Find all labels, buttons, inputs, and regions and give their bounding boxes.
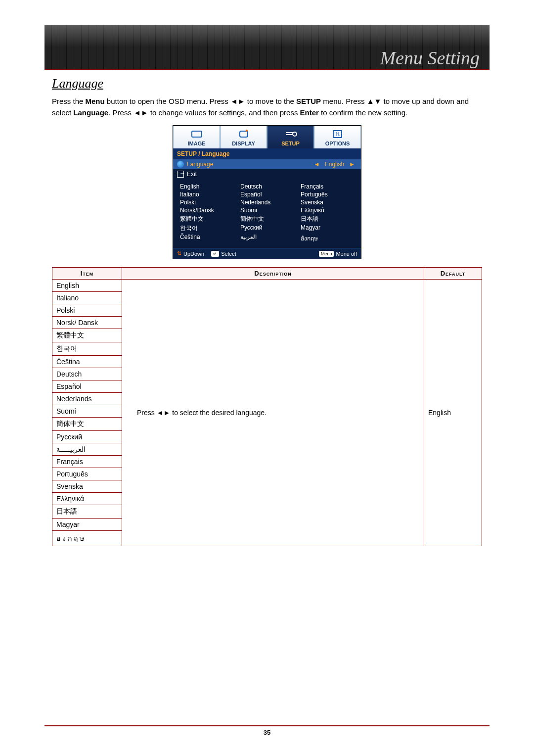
osd-language-option[interactable]: Norsk/Dansk [180, 207, 235, 214]
intro-paragraph: Press the Menu button to open the OSD me… [52, 96, 482, 118]
header-rule [44, 69, 490, 70]
tab-label: DISPLAY [221, 141, 267, 146]
svg-rect-0 [192, 131, 202, 137]
osd-language-option[interactable]: Português [301, 191, 356, 198]
intro-text: button to open the OSD menu. Press ◄► to… [105, 97, 296, 105]
osd-language-option[interactable]: Polski [180, 199, 235, 206]
select-label: Select [221, 251, 236, 257]
osd-language-row[interactable]: Language ◄ English ► [173, 159, 361, 169]
table-item: Magyar [52, 519, 122, 531]
menu-keycap: Menu [319, 251, 334, 257]
osd-language-option[interactable]: Ελληνικά [301, 207, 356, 214]
th-description: Description [122, 268, 424, 280]
osd-language-option[interactable]: Magyar [301, 224, 356, 233]
osd-language-option[interactable]: Français [301, 183, 356, 190]
table-item: Nederlands [52, 393, 122, 405]
osd-exit-row[interactable]: Exit [173, 169, 361, 179]
item-list-cell: EnglishItalianoPolskiNorsk/ Dansk繁體中文한국어… [52, 280, 122, 546]
tab-label: SETUP [267, 141, 313, 146]
table-item: Svenska [52, 480, 122, 493]
table-item: Italiano [52, 292, 122, 304]
osd-language-option[interactable]: 簡体中文 [240, 215, 296, 223]
osd-language-option[interactable]: Nederlands [240, 199, 296, 206]
svg-rect-3 [286, 132, 293, 133]
table-item: Suomi [52, 405, 122, 418]
osd-tab-options[interactable]: OPTIONS [314, 126, 361, 148]
table-item: العربيـــــة [52, 443, 122, 456]
table-item: 日本語 [52, 505, 122, 519]
updown-hint: ⇅ UpDown [177, 250, 204, 257]
chapter-title: Menu Setting [380, 47, 480, 69]
table-item: Čeština [52, 356, 122, 368]
table-item: Русский [52, 431, 122, 443]
intro-bold-language: Language [73, 108, 108, 117]
section-title: Language [52, 76, 482, 91]
page-number: 35 [0, 729, 534, 736]
osd-language-option[interactable]: Čeština [180, 234, 235, 243]
exit-icon [177, 171, 184, 178]
table-item: อ ง ก ฤ ษ [52, 531, 122, 546]
svg-point-2 [246, 130, 248, 132]
table-item: Français [52, 456, 122, 468]
osd-footer: ⇅ UpDown ↵ Select Menu Menu off [173, 248, 361, 259]
th-item: Item [52, 268, 122, 280]
description-table: Item Description Default EnglishItaliano… [52, 267, 482, 546]
updown-label: UpDown [183, 251, 204, 257]
intro-text: Press the [52, 97, 86, 105]
default-cell: English [424, 280, 482, 546]
osd-tab-image[interactable]: IMAGE [173, 126, 220, 148]
display-icon [237, 129, 251, 139]
osd-language-option[interactable]: العربية [240, 234, 296, 243]
svg-point-5 [293, 132, 297, 136]
osd-language-value: English [322, 161, 347, 168]
select-hint: ↵ Select [211, 251, 236, 257]
osd-language-option[interactable]: อังกฤษ [301, 234, 356, 243]
osd-tabs: IMAGEDISPLAYSETUPOPTIONS [173, 126, 361, 148]
osd-language-option[interactable]: Español [240, 191, 296, 198]
table-item: 簡体中文 [52, 418, 122, 431]
th-default: Default [424, 268, 482, 280]
table-item: Ελληνικά [52, 493, 122, 505]
table-item: English [52, 280, 122, 292]
osd-language-option[interactable]: Suomi [240, 207, 296, 214]
osd-language-option[interactable]: 한국어 [180, 224, 235, 233]
svg-rect-1 [240, 131, 248, 137]
description-cell: Press ◄► to select the desired language. [122, 280, 424, 546]
intro-text: to confirm the new setting. [319, 108, 407, 117]
setup-icon [284, 129, 298, 139]
osd-exit-label: Exit [187, 171, 197, 178]
image-icon [190, 129, 204, 139]
options-icon [331, 129, 345, 139]
table-item: Português [52, 468, 122, 480]
content-area: Language Press the Menu button to open t… [52, 74, 482, 546]
intro-bold-setup: SETUP [296, 97, 321, 105]
osd-language-option[interactable]: 日本語 [301, 215, 356, 223]
table-item: Norsk/ Dansk [52, 317, 122, 329]
osd-panel: IMAGEDISPLAYSETUPOPTIONS SETUP / Languag… [173, 125, 361, 259]
osd-language-grid: EnglishDeutschFrançaisItalianoEspañolPor… [173, 179, 361, 248]
right-arrow-icon[interactable]: ► [347, 161, 357, 168]
intro-bold-menu: Menu [86, 97, 105, 105]
table-item: Polski [52, 304, 122, 317]
tab-label: IMAGE [174, 141, 220, 146]
menuoff-hint: Menu Menu off [319, 251, 357, 257]
tab-label: OPTIONS [314, 141, 360, 146]
osd-tab-display[interactable]: DISPLAY [220, 126, 267, 148]
globe-icon [177, 161, 184, 168]
footer-rule [44, 725, 490, 726]
intro-bold-enter: Enter [300, 108, 319, 117]
osd-language-option[interactable]: Svenska [301, 199, 356, 206]
osd-tab-setup[interactable]: SETUP [267, 126, 314, 148]
osd-language-option[interactable]: English [180, 183, 235, 190]
osd-language-option[interactable]: 繁體中文 [180, 215, 235, 223]
osd-language-option[interactable]: Русский [240, 224, 296, 233]
table-item: Español [52, 380, 122, 393]
osd-screenshot: IMAGEDISPLAYSETUPOPTIONS SETUP / Languag… [52, 125, 482, 259]
osd-language-option[interactable]: Deutsch [240, 183, 296, 190]
osd-language-label: Language [187, 161, 312, 168]
table-item: 繁體中文 [52, 329, 122, 342]
left-arrow-icon[interactable]: ◄ [312, 161, 322, 168]
intro-text: . Press ◄► to change values for settings… [108, 108, 300, 117]
osd-language-option[interactable]: Italiano [180, 191, 235, 198]
table-item: 한국어 [52, 342, 122, 356]
